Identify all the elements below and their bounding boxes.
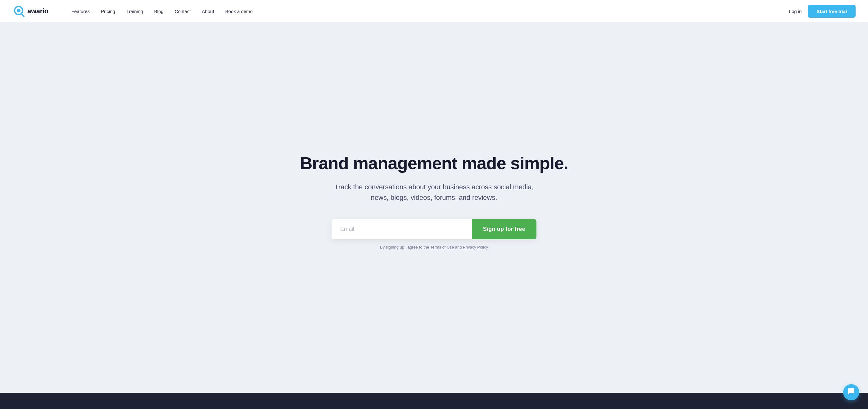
login-link[interactable]: Log in [789,9,802,14]
hero-section: Brand management made simple. Track the … [0,22,868,393]
nav-features[interactable]: Features [67,6,94,17]
nav-contact[interactable]: Contact [170,6,195,17]
svg-point-1 [17,9,21,12]
nav-book-demo[interactable]: Book a demo [221,6,257,17]
logo-text: awario [27,7,49,15]
chat-widget[interactable] [843,384,859,400]
nav-actions: Log in Start free trial [789,5,856,18]
nav-training[interactable]: Training [122,6,148,17]
signup-form: Sign up for free [332,219,536,239]
nav-pricing[interactable]: Pricing [97,6,120,17]
hero-subtitle: Track the conversations about your busin… [326,182,542,203]
hero-title: Brand management made simple. [300,153,568,173]
terms-link[interactable]: Terms of Use and Privacy Policy [430,245,488,250]
nav-blog[interactable]: Blog [150,6,168,17]
terms-text: By signing up I agree to the Terms of Us… [380,245,488,250]
email-input[interactable] [332,219,472,239]
svg-line-2 [22,14,24,17]
signup-button[interactable]: Sign up for free [472,219,536,239]
start-trial-button[interactable]: Start free trial [808,5,856,18]
terms-prefix: By signing up I agree to the [380,245,430,250]
nav-about[interactable]: About [197,6,218,17]
chat-icon [847,387,855,397]
logo-link[interactable]: awario [12,5,49,18]
footer-bar [0,393,868,409]
logo-icon [12,5,25,18]
site-header: awario Features Pricing Training Blog Co… [0,0,868,22]
main-nav: Features Pricing Training Blog Contact A… [67,6,789,17]
